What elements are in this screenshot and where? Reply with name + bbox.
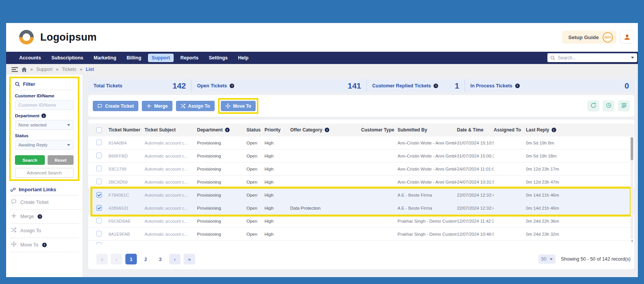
cell-priority: High bbox=[264, 219, 290, 223]
nav-item-billing[interactable]: Billing bbox=[123, 54, 145, 62]
column-ticket-number[interactable]: Ticket Number bbox=[108, 127, 145, 133]
nav-item-accounts[interactable]: Accounts bbox=[15, 54, 45, 62]
advanced-search-button[interactable]: Advanced Search bbox=[15, 168, 74, 178]
table-row[interactable]: F6C6D6AEAutomatic account c...Provisioni… bbox=[88, 215, 634, 228]
column-assigned-to[interactable]: Assigned To bbox=[494, 127, 526, 133]
table-row[interactable]: 914A0B4Automatic account c...Provisionin… bbox=[88, 136, 634, 149]
cell-submitted-by: Ann-Cristin Woite - Anni GmbH bbox=[398, 141, 457, 145]
home-icon[interactable] bbox=[21, 67, 27, 72]
table-scrollbar[interactable] bbox=[631, 136, 633, 239]
last-page-button[interactable]: » bbox=[184, 254, 195, 264]
cell-priority: High bbox=[264, 141, 290, 145]
list-icon-button[interactable] bbox=[618, 100, 630, 112]
breadcrumb-tickets[interactable]: Tickets bbox=[62, 67, 76, 72]
link-assign-to[interactable]: Assign To bbox=[10, 224, 79, 238]
nav-item-help[interactable]: Help bbox=[234, 54, 252, 62]
next-page-button[interactable]: › bbox=[169, 254, 181, 264]
user-avatar-button[interactable] bbox=[620, 31, 634, 44]
column-ticket-subject[interactable]: Ticket Subject bbox=[145, 127, 197, 133]
row-checkbox[interactable] bbox=[96, 205, 102, 211]
column-submitted-by[interactable]: Submitted By bbox=[398, 127, 457, 133]
brand-name: Logoipsum bbox=[40, 31, 97, 43]
table-row[interactable]: F784061CAutomatic account c...Provisioni… bbox=[88, 189, 634, 202]
shuffle-icon bbox=[181, 103, 186, 108]
cell-last-reply: 0m 12d 23h 47m bbox=[526, 180, 634, 184]
cell-date-time: 12/07/2024 11:42:38 bbox=[457, 219, 494, 223]
create-ticket-button[interactable]: Create Ticket bbox=[93, 101, 138, 111]
cell-department: Provisioning bbox=[197, 232, 246, 236]
prev-page-button[interactable]: ‹ bbox=[111, 254, 122, 264]
nav-item-settings[interactable]: Settings bbox=[205, 54, 232, 62]
table-row[interactable]: 2BC9D59Automatic account c...Provisionin… bbox=[88, 176, 634, 189]
cell-subject: Automatic account c... bbox=[145, 154, 197, 158]
row-checkbox[interactable] bbox=[96, 218, 102, 223]
table-row[interactable]: 8A1E9FABAutomatic account c...Provisioni… bbox=[88, 228, 634, 241]
row-checkbox[interactable] bbox=[96, 166, 102, 171]
search-scope-chevron-icon[interactable] bbox=[631, 57, 634, 59]
logo[interactable]: Logoipsum bbox=[18, 28, 97, 46]
merge-button[interactable]: Merge bbox=[142, 101, 172, 111]
customer-id-input[interactable] bbox=[15, 100, 74, 110]
cell-department: Provisioning bbox=[197, 167, 246, 171]
row-checkbox[interactable] bbox=[96, 153, 102, 158]
row-checkbox[interactable] bbox=[96, 140, 102, 145]
row-checkbox[interactable] bbox=[96, 192, 102, 198]
filter-title: Filter bbox=[15, 81, 74, 90]
row-checkbox[interactable] bbox=[96, 179, 102, 184]
column-status[interactable]: Status bbox=[246, 127, 264, 133]
department-select[interactable]: None selected bbox=[15, 120, 74, 130]
chat-icon bbox=[11, 199, 16, 204]
nav-item-subscriptions[interactable]: Subscriptions bbox=[48, 54, 87, 62]
table-row[interactable]: 93C1799Automatic account c...Provisionin… bbox=[88, 163, 634, 176]
breadcrumb-current[interactable]: List bbox=[86, 67, 94, 72]
global-search[interactable] bbox=[547, 53, 637, 62]
nav-item-marketing[interactable]: Marketing bbox=[90, 54, 120, 62]
cell-subject: Automatic account c... bbox=[145, 206, 197, 210]
page-2-button[interactable]: 2 bbox=[140, 254, 151, 264]
scrollbar-thumb[interactable] bbox=[631, 137, 633, 160]
table-row[interactable]: 4289A531Automatic account c...Provisioni… bbox=[88, 202, 634, 215]
assign-to-button[interactable]: Assign To bbox=[176, 101, 215, 111]
scroll-down-icon[interactable]: ▼ bbox=[631, 240, 634, 243]
link-move-to[interactable]: Move Toi bbox=[10, 238, 79, 252]
cell-department: Provisioning bbox=[197, 193, 246, 197]
nav-item-support[interactable]: Support bbox=[148, 54, 174, 62]
link-create-ticket[interactable]: Create Ticket bbox=[10, 195, 79, 210]
customer-id-label: Customer ID/Name bbox=[15, 94, 74, 98]
cell-submitted-by: A E - Beste Firma bbox=[398, 206, 457, 210]
cell-last-reply: 0m 14d 21h 46m bbox=[526, 193, 634, 197]
refresh-icon-button[interactable] bbox=[587, 100, 599, 112]
select-all-checkbox[interactable] bbox=[96, 127, 102, 133]
column-department[interactable]: Departmenti bbox=[197, 127, 246, 133]
link-icon bbox=[10, 187, 16, 192]
history-icon-button[interactable] bbox=[603, 100, 614, 112]
page-1-button[interactable]: 1 bbox=[125, 254, 137, 264]
cell-submitted-by: Ann-Cristin Woite - Anni GmbH bbox=[398, 154, 457, 158]
column-date-time[interactable]: Date & Time bbox=[457, 127, 494, 133]
search-button[interactable]: Search bbox=[15, 155, 45, 165]
setup-guide-button[interactable]: Setup Guide 100% bbox=[562, 31, 616, 44]
search-input[interactable] bbox=[558, 55, 628, 61]
status-select[interactable]: Awaiting Reply bbox=[15, 140, 74, 150]
menu-toggle-icon[interactable] bbox=[12, 67, 18, 72]
breadcrumb-support[interactable]: Support bbox=[36, 67, 53, 72]
important-links-panel: Important Links Create Ticket Mergei Ass… bbox=[10, 187, 79, 252]
reset-button[interactable]: Reset bbox=[48, 155, 74, 165]
column-last-reply[interactable]: Last Replyi bbox=[526, 127, 634, 133]
column-offer-category[interactable]: Offer Categoryi bbox=[290, 127, 361, 133]
cell-priority: High bbox=[264, 193, 290, 197]
per-page-select[interactable]: 50 bbox=[539, 254, 555, 264]
cell-date-time: 22/07/2024 12:32:42 bbox=[457, 206, 494, 210]
move-to-button[interactable]: Move To bbox=[221, 101, 256, 111]
column-customer-type[interactable]: Customer Type bbox=[361, 127, 398, 133]
table-row[interactable]: B69FFBDAutomatic account c...Provisionin… bbox=[88, 149, 634, 163]
records-summary: Showing 50 - 50 of 142 record(s) bbox=[561, 256, 631, 262]
main-panel: Total Tickets 142 Open Ticketsi 141 Cust… bbox=[82, 75, 638, 277]
row-checkbox[interactable] bbox=[96, 231, 102, 236]
page-3-button[interactable]: 3 bbox=[154, 254, 166, 264]
link-merge[interactable]: Mergei bbox=[10, 210, 79, 224]
info-icon: i bbox=[38, 214, 42, 219]
first-page-button[interactable]: « bbox=[96, 254, 108, 264]
nav-item-reports[interactable]: Reports bbox=[176, 54, 202, 62]
column-priority[interactable]: Priority bbox=[264, 127, 290, 133]
